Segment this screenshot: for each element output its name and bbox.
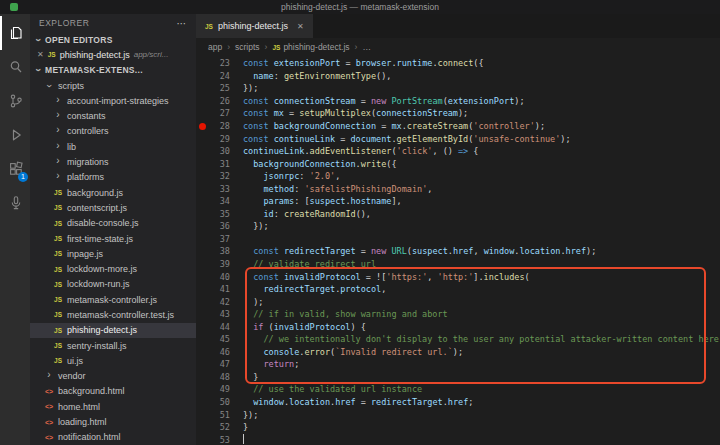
tree-item-phishing-detect-js[interactable]: JSphishing-detect.js — [30, 323, 196, 338]
breakpoint-icon[interactable] — [196, 123, 209, 130]
activity-badge: 1 — [18, 172, 28, 182]
code-line[interactable]: 26const connectionStream = new PortStrea… — [196, 95, 720, 108]
code-line[interactable]: 34 params: [suspect.hostname], — [196, 195, 720, 208]
line-number: 45 — [209, 334, 230, 344]
js-file-icon: JS — [53, 235, 63, 242]
breadcrumb: app›scripts›JSphishing-detect.js›… — [196, 38, 720, 56]
more-actions-icon[interactable]: ⋯ — [177, 18, 188, 29]
breadcrumb-item[interactable]: app — [208, 42, 222, 52]
tree-item-platforms[interactable]: ›platforms — [30, 170, 196, 185]
code-line[interactable]: 23const extensionPort = browser.runtime.… — [196, 57, 720, 70]
code-line[interactable]: 40 const invalidProtocol = !['https:', '… — [196, 270, 720, 283]
tree-item-metamask-controller-test-js[interactable]: JSmetamask-controller.test.js — [30, 307, 196, 322]
code-line[interactable]: 51}); — [196, 408, 720, 421]
code-line[interactable]: 47 return; — [196, 358, 720, 371]
code-line[interactable]: 37 — [196, 233, 720, 246]
js-file-icon: JS — [205, 23, 213, 30]
code-line[interactable]: 33 method: 'safelistPhishingDomain', — [196, 182, 720, 195]
chevron-down-icon: › — [34, 36, 42, 44]
workspace-header[interactable]: › METAMASK-EXTENS... — [30, 63, 196, 78]
code-line[interactable]: 42 ); — [196, 295, 720, 308]
tree-item-migrations[interactable]: ›migrations — [30, 154, 196, 169]
code-text: return; — [230, 359, 299, 369]
chevron-down-icon: › — [44, 82, 54, 90]
tree-item-background-html[interactable]: <>background.html — [30, 384, 196, 399]
code-line[interactable]: 38 const redirectTarget = new URL(suspec… — [196, 245, 720, 258]
code-line[interactable]: 36 }); — [196, 220, 720, 233]
tree-item-contentscript-js[interactable]: JScontentscript.js — [30, 200, 196, 215]
extensions-icon[interactable]: 1 — [0, 152, 30, 186]
code-line[interactable]: 52} — [196, 421, 720, 434]
code-line[interactable]: 39 // validate redirect url — [196, 258, 720, 271]
code-line[interactable]: 44 if (invalidProtocol) { — [196, 320, 720, 333]
tree-item-lockdown-run-js[interactable]: JSlockdown-run.js — [30, 277, 196, 292]
code-text: continueLink.addEventListener('click', (… — [230, 146, 478, 156]
breadcrumb-item[interactable]: JSphishing-detect.js — [272, 42, 349, 52]
tab-phishing-detect-js[interactable]: JS phishing-detect.js ✕ — [196, 14, 313, 38]
code-line[interactable]: 32 jsonrpc: '2.0', — [196, 170, 720, 183]
search-icon[interactable] — [0, 50, 30, 84]
tree-item-vendor[interactable]: ›vendor — [30, 369, 196, 384]
source-control-icon[interactable] — [0, 84, 30, 118]
tree-item-inpage-js[interactable]: JSinpage.js — [30, 246, 196, 261]
breadcrumb-item[interactable]: … — [362, 42, 371, 52]
tree-item-background-js[interactable]: JSbackground.js — [30, 185, 196, 200]
microphone-icon[interactable] — [0, 186, 30, 220]
line-number: 23 — [209, 58, 230, 68]
code-line[interactable]: 53 — [196, 433, 720, 445]
code-text: // validate redirect url — [230, 259, 376, 269]
code-lines: 23const extensionPort = browser.runtime.… — [196, 57, 720, 445]
code-text: const invalidProtocol = !['https:', 'htt… — [230, 272, 530, 282]
code-text: id: createRandomId(), — [230, 209, 371, 219]
tree-item-disable-console-js[interactable]: JSdisable-console.js — [30, 216, 196, 231]
activity-bar: 1 — [0, 14, 30, 445]
tree-item-sentry-install-js[interactable]: JSsentry-install.js — [30, 338, 196, 353]
tree-item-constants[interactable]: ›constants — [30, 108, 196, 123]
code-line[interactable]: 35 id: createRandomId(), — [196, 208, 720, 221]
code-line[interactable]: 24 name: getEnvironmentType(), — [196, 70, 720, 83]
run-debug-icon[interactable] — [0, 118, 30, 152]
open-editors-header[interactable]: › OPEN EDITORS — [30, 32, 196, 47]
code-line[interactable]: 45 // we intentionally don't display to … — [196, 333, 720, 346]
tree-item-first-time-state-js[interactable]: JSfirst-time-state.js — [30, 231, 196, 246]
tree-item-metamask-controller-js[interactable]: JSmetamask-controller.js — [30, 292, 196, 307]
code-line[interactable]: 43 // if in valid, show warning and abor… — [196, 308, 720, 321]
line-number: 38 — [209, 246, 230, 256]
close-icon[interactable]: ✕ — [297, 22, 304, 31]
open-editor-item[interactable]: ✕ JS phishing-detect.js app/scri... — [30, 47, 196, 62]
tree-item-label: platforms — [67, 172, 104, 182]
close-icon[interactable]: ✕ — [37, 50, 44, 59]
tree-item-ui-js[interactable]: JSui.js — [30, 353, 196, 368]
line-number: 50 — [209, 397, 230, 407]
tree-item-notification-html[interactable]: <>notification.html — [30, 430, 196, 445]
breadcrumb-item[interactable]: scripts — [235, 42, 260, 52]
line-number: 48 — [209, 372, 230, 382]
code-line[interactable]: 29const continueLink = document.getEleme… — [196, 132, 720, 145]
code-line[interactable]: 28const backgroundConnection = mx.create… — [196, 120, 720, 133]
code-line[interactable]: 48 } — [196, 371, 720, 384]
tree-item-label: metamask-controller.js — [67, 295, 157, 305]
tree-item-account-import-strategies[interactable]: ›account-import-strategies — [30, 93, 196, 108]
tree-item-scripts[interactable]: ›scripts — [30, 78, 196, 93]
code-line[interactable]: 31 backgroundConnection.write({ — [196, 157, 720, 170]
js-file-icon: JS — [53, 296, 63, 303]
line-number: 28 — [209, 121, 230, 131]
tree-item-home-html[interactable]: <>home.html — [30, 399, 196, 414]
line-number: 53 — [209, 435, 230, 445]
line-number: 29 — [209, 134, 230, 144]
tree-item-controllers[interactable]: ›controllers — [30, 124, 196, 139]
code-text: const redirectTarget = new URL(suspect.h… — [230, 246, 596, 256]
files-icon[interactable] — [0, 16, 30, 50]
code-line[interactable]: 41 redirectTarget.protocol, — [196, 283, 720, 296]
code-line[interactable]: 49 // use the validated url instance — [196, 383, 720, 396]
code-line[interactable]: 30continueLink.addEventListener('click',… — [196, 145, 720, 158]
code-line[interactable]: 46 console.error(`Invalid redirect url.`… — [196, 346, 720, 359]
code-line[interactable]: 25}); — [196, 82, 720, 95]
tree-item-lib[interactable]: ›lib — [30, 139, 196, 154]
code-area[interactable]: 23const extensionPort = browser.runtime.… — [196, 56, 720, 445]
code-line[interactable]: 50 window.location.href = redirectTarget… — [196, 396, 720, 409]
code-line[interactable]: 27const mx = setupMultiplex(connectionSt… — [196, 107, 720, 120]
tree-item-loading-html[interactable]: <>loading.html — [30, 414, 196, 429]
tree-item-lockdown-more-js[interactable]: JSlockdown-more.js — [30, 261, 196, 276]
line-number: 27 — [209, 108, 230, 118]
